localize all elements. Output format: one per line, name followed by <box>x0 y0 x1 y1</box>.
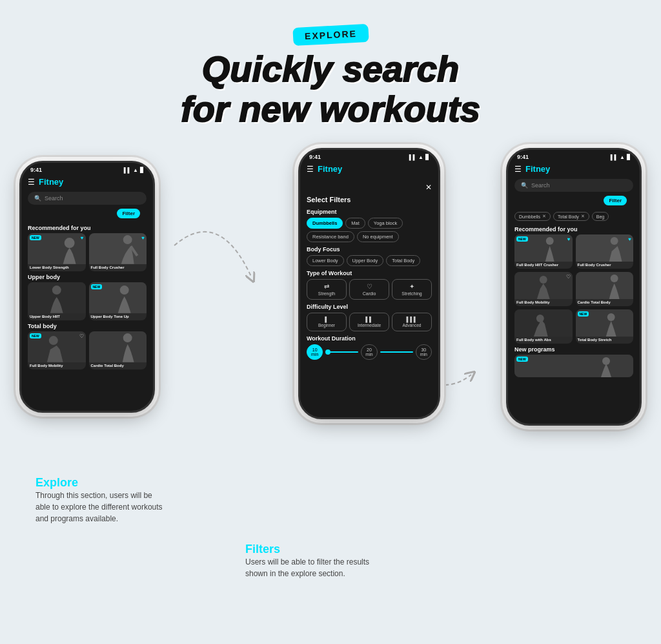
tag-mat[interactable]: Mat <box>345 218 365 229</box>
beginner-icon: ▌ <box>311 317 342 322</box>
status-icons-left: ▌▌▲▊ <box>124 167 144 173</box>
cardio-icon: ♡ <box>355 283 383 290</box>
heart-icon[interactable]: ♡ <box>566 274 571 280</box>
workout-card[interactable]: Full Body with Abs <box>514 309 573 344</box>
chip-remove-dumbbells[interactable]: ✕ <box>542 214 546 219</box>
time-left: 9:41 <box>30 167 42 173</box>
chip-beg[interactable]: Beg <box>592 212 609 221</box>
tag-no-equipment[interactable]: No equipment <box>357 231 399 242</box>
tag-yoga-block[interactable]: Yoga block <box>368 218 403 229</box>
svg-point-2 <box>52 286 61 295</box>
svg-point-9 <box>610 275 618 282</box>
close-icon[interactable]: ✕ <box>307 183 432 192</box>
svg-point-10 <box>536 315 544 322</box>
type-stretching[interactable]: ✦ Stretching <box>392 279 432 300</box>
body-focus-title: Body Focus <box>307 246 432 253</box>
duration-20[interactable]: 20min <box>361 344 377 360</box>
workout-name: Upper Body HIIT <box>28 313 86 320</box>
phone-explore: 9:41 ▌▌▲▊ ☰ Fitney 🔍 Search Filter Recom… <box>19 161 155 413</box>
explore-desc: Through this section, users will be able… <box>36 490 165 525</box>
main-title: Quickly search for new workouts <box>0 49 661 129</box>
level-advanced[interactable]: ▌▌▌ Advanced <box>392 313 432 331</box>
workout-card[interactable]: ♡ Full Body Mobility <box>514 272 573 306</box>
duration-30[interactable]: 30min <box>416 344 432 360</box>
type-strength[interactable]: ⇄ Strength <box>307 279 347 300</box>
workout-name: Lower Body Strength <box>28 264 86 271</box>
workout-card[interactable]: NEW Upper Body Tone Up <box>89 282 147 320</box>
duration-slider-2[interactable] <box>380 351 413 353</box>
tag-upper-body[interactable]: Upper Body <box>347 255 384 266</box>
workout-name: Full Body Crusher <box>576 262 634 269</box>
workout-card[interactable]: NEW ♥ Lower Body Strength <box>28 233 86 271</box>
workout-type-title: Type of Workout <box>307 270 432 276</box>
upper-body-title: Upper body <box>21 271 153 282</box>
type-cardio[interactable]: ♡ Cardio <box>349 279 389 300</box>
new-badge: NEW <box>516 236 528 242</box>
chip-remove-total-body[interactable]: ✕ <box>581 214 585 219</box>
hamburger-icon-right[interactable]: ☰ <box>514 165 522 174</box>
chip-total-body[interactable]: Total Body ✕ <box>553 212 589 221</box>
heart-icon[interactable]: ♥ <box>628 236 631 242</box>
workout-card[interactable]: ♥ Full Body Crusher <box>89 233 147 271</box>
advanced-icon: ▌▌▌ <box>396 317 427 322</box>
workout-card[interactable]: Upper Body HIIT <box>28 282 86 320</box>
workout-card[interactable]: NEW ♡ Full Body Mobility <box>28 331 86 369</box>
body-focus-tags: Lower Body Upper Body Total Body <box>307 255 432 266</box>
level-beginner[interactable]: ▌ Beginner <box>307 313 347 331</box>
hamburger-icon-center[interactable]: ☰ <box>307 165 314 174</box>
workout-card[interactable]: Cardio Total Body <box>576 272 634 306</box>
app-title-center: Fitney <box>318 164 342 174</box>
time-right: 9:41 <box>517 154 529 160</box>
workout-name: Full Body Mobility <box>28 362 86 369</box>
phone-filter: 9:41 ▌▌▲▊ ☰ Fitney ✕ Select Filters Equi… <box>298 148 440 419</box>
filter-modal-title: Select Filters <box>307 196 432 203</box>
filters-title: Filters <box>245 543 374 556</box>
tag-total-body[interactable]: Total Body <box>386 255 420 266</box>
heart-icon[interactable]: ♥ <box>141 235 145 241</box>
workout-card[interactable]: NEW Total Body Stretch <box>576 309 634 344</box>
filter-button-left[interactable]: Filter <box>117 209 140 218</box>
workout-card[interactable]: Cardio Total Body <box>89 331 147 369</box>
filter-modal: ✕ Select Filters Equipment Dumbbells Mat… <box>300 176 438 419</box>
cardio-label: Cardio <box>363 291 376 296</box>
app-header-right: ☰ Fitney <box>508 161 640 176</box>
tag-lower-body[interactable]: Lower Body <box>307 255 344 266</box>
level-intermediate[interactable]: ▌▌ Intermediate <box>349 313 389 331</box>
new-program-card[interactable]: NEW <box>514 355 633 377</box>
chip-dumbbells[interactable]: Dumbbells ✕ <box>514 212 551 221</box>
heart-icon[interactable]: ♥ <box>567 236 571 242</box>
time-center: 9:41 <box>309 154 321 160</box>
explore-label-section: Explore Through this section, users will… <box>36 476 165 525</box>
new-programs-title: New programs <box>508 344 640 355</box>
difficulty-grid: ▌ Beginner ▌▌ Intermediate ▌▌▌ Advanced <box>307 313 432 331</box>
hamburger-icon[interactable]: ☰ <box>28 178 35 187</box>
workout-card[interactable]: ♥ Full Body Crusher <box>576 234 634 269</box>
app-title-left: Fitney <box>39 177 63 187</box>
status-bar-right: 9:41 ▌▌▲▊ <box>508 150 640 161</box>
duration-10[interactable]: 10min <box>307 344 323 360</box>
filters-label-section: Filters Users will be able to filter the… <box>245 543 374 579</box>
strength-icon: ⇄ <box>312 283 341 290</box>
svg-point-11 <box>607 313 615 321</box>
app-header-left: ☰ Fitney <box>21 174 153 189</box>
header: EXPLORE Quickly search for new workouts <box>0 0 661 141</box>
filter-button-right[interactable]: Filter <box>604 196 627 205</box>
tag-resistance-band[interactable]: Resistance band <box>307 231 354 242</box>
workout-name: Cardio Total Body <box>89 362 147 369</box>
svg-point-0 <box>65 238 75 248</box>
svg-point-3 <box>119 286 128 295</box>
search-bar-left[interactable]: 🔍 Search <box>28 192 147 205</box>
workout-card[interactable]: NEW ♥ Full Body HIIT Crusher <box>514 234 573 269</box>
workout-name: Full Body HIIT Crusher <box>514 262 573 269</box>
workout-name: Full Body with Abs <box>514 337 573 344</box>
recommended-title-right: Recommended for you <box>508 223 640 234</box>
duration-slider[interactable] <box>325 351 358 353</box>
svg-point-8 <box>540 276 547 284</box>
heart-icon[interactable]: ♥ <box>81 235 84 241</box>
filter-chips: Dumbbells ✕ Total Body ✕ Beg <box>508 209 640 223</box>
tag-dumbbells[interactable]: Dumbbells <box>307 218 343 229</box>
search-bar-right[interactable]: 🔍 Search <box>514 179 633 192</box>
explore-title: Explore <box>36 476 165 490</box>
heart-icon[interactable]: ♡ <box>79 333 84 339</box>
equipment-tags: Dumbbells Mat Yoga block Resistance band… <box>307 218 432 242</box>
